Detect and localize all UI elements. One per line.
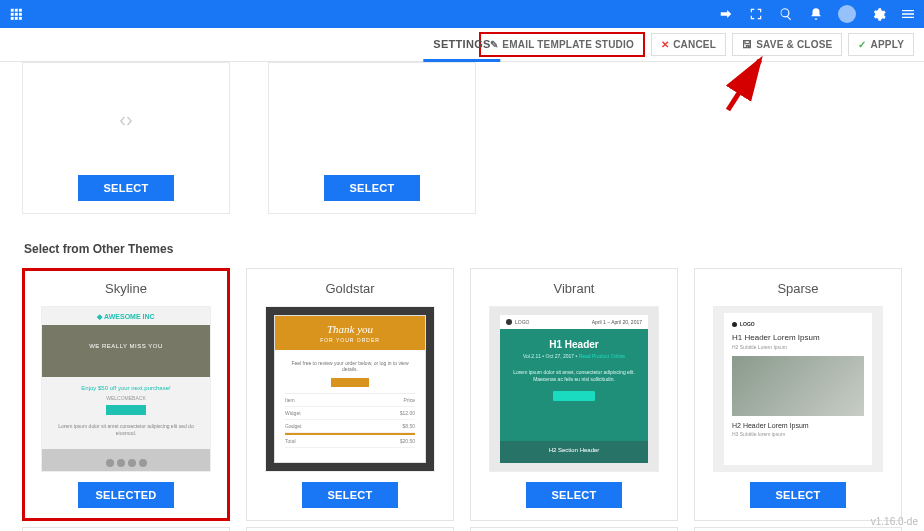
tab-settings[interactable]: SETTINGS bbox=[423, 28, 500, 62]
svg-rect-3 bbox=[11, 13, 14, 16]
chevron-right-icon: › bbox=[126, 108, 133, 131]
preview-topbar: LOGO April 1 – April 20, 2017 bbox=[500, 315, 648, 329]
theme-card-aurora: Aurora bbox=[694, 527, 902, 531]
theme-card-blank-2: SELECT bbox=[268, 62, 476, 214]
preview-table: ItemPrice Widget$12.00 Gadget$8.50 Total… bbox=[285, 393, 415, 448]
preview-text: Lorem ipsum dolor sit amet consectetur a… bbox=[42, 419, 210, 440]
preview-hero: H1 Header Vol.2.11 • Oct 27, 2017 • Read… bbox=[500, 329, 648, 369]
svg-rect-0 bbox=[11, 9, 14, 12]
theme-thumbnail: Thank you FOR YOUR ORDER Feel free to re… bbox=[265, 306, 435, 472]
gear-icon[interactable] bbox=[870, 6, 886, 22]
menu-icon[interactable] bbox=[900, 6, 916, 22]
preview-body: Lorem ipsum dolor sit amet, consectetur … bbox=[500, 369, 648, 383]
section-header: Select from Other Themes bbox=[24, 242, 902, 256]
theme-grid-row2: Neopolitan Oxygen Sunday Aurora bbox=[22, 527, 902, 531]
preview-code: WELCOMEBACK bbox=[42, 395, 210, 401]
current-theme-row: ‹ › SELECT SELECT bbox=[22, 62, 902, 214]
fullscreen-icon[interactable] bbox=[748, 6, 764, 22]
preview-sub: H2 Subtitle Lorem Ipsum bbox=[732, 344, 864, 350]
content-area: ‹ › SELECT SELECT Select from Other Them… bbox=[0, 62, 924, 531]
svg-rect-8 bbox=[19, 17, 22, 20]
chevron-left-icon: ‹ bbox=[119, 108, 126, 131]
check-icon: ✓ bbox=[858, 39, 866, 50]
preview-hero bbox=[42, 325, 210, 377]
save-icon: 🖫 bbox=[742, 39, 752, 50]
theme-card-skyline: Skyline ◆ AWESOME INC Enjoy $50 off your… bbox=[22, 268, 230, 521]
select-button[interactable]: SELECT bbox=[526, 482, 622, 508]
avatar[interactable] bbox=[838, 5, 856, 23]
theme-card-sparse: Sparse LOGO H1 Header Lorem Ipsum H2 Sub… bbox=[694, 268, 902, 521]
preview-cta bbox=[331, 378, 369, 387]
theme-card-sunday: Sunday bbox=[470, 527, 678, 531]
version-label: v1.16.0-de bbox=[871, 516, 918, 527]
email-template-studio-button[interactable]: ✎ EMAIL TEMPLATE STUDIO bbox=[479, 32, 645, 57]
search-icon[interactable] bbox=[778, 6, 794, 22]
theme-thumbnail: LOGO H1 Header Lorem Ipsum H2 Subtitle L… bbox=[713, 306, 883, 472]
preview-logo: ◆ AWESOME INC bbox=[42, 307, 210, 325]
select-button[interactable]: SELECT bbox=[302, 482, 398, 508]
theme-card-neopolitan: Neopolitan bbox=[22, 527, 230, 531]
preview-h1: H1 Header Lorem Ipsum bbox=[732, 333, 864, 342]
theme-title: Vibrant bbox=[554, 281, 595, 296]
svg-rect-5 bbox=[19, 13, 22, 16]
theme-title: Goldstar bbox=[325, 281, 374, 296]
action-bar: SETTINGS ✎ EMAIL TEMPLATE STUDIO ✕ CANCE… bbox=[0, 28, 924, 62]
preview-sub2: H3 Subtitle lorem ipsum bbox=[732, 431, 864, 437]
bell-icon[interactable] bbox=[808, 6, 824, 22]
preview-footer: H2 Section Header bbox=[500, 441, 648, 463]
svg-rect-2 bbox=[19, 9, 22, 12]
close-icon: ✕ bbox=[661, 39, 669, 50]
preview-cta bbox=[106, 405, 146, 415]
svg-rect-4 bbox=[15, 13, 18, 16]
theme-thumbnail: ◆ AWESOME INC Enjoy $50 off your next pu… bbox=[41, 306, 211, 472]
select-button[interactable]: SELECT bbox=[78, 175, 174, 201]
preview-text: Feel free to review your order below, or… bbox=[285, 360, 415, 372]
theme-card-blank-1: ‹ › SELECT bbox=[22, 62, 230, 214]
select-button[interactable]: SELECT bbox=[750, 482, 846, 508]
theme-card-vibrant: Vibrant LOGO April 1 – April 20, 2017 H1… bbox=[470, 268, 678, 521]
preview-cta bbox=[553, 391, 595, 401]
svg-rect-6 bbox=[11, 17, 14, 20]
apps-icon[interactable] bbox=[8, 6, 24, 22]
card-preview: ‹ › bbox=[23, 63, 229, 175]
preview-logo: LOGO bbox=[732, 321, 864, 327]
card-preview bbox=[269, 63, 475, 175]
preview-social bbox=[42, 459, 210, 467]
theme-card-oxygen: Oxygen bbox=[246, 527, 454, 531]
select-button[interactable]: SELECT bbox=[324, 175, 420, 201]
theme-card-goldstar: Goldstar Thank you FOR YOUR ORDER Feel f… bbox=[246, 268, 454, 521]
save-close-button[interactable]: 🖫 SAVE & CLOSE bbox=[732, 33, 842, 56]
theme-title: Sparse bbox=[777, 281, 818, 296]
selected-button[interactable]: SELECTED bbox=[78, 482, 174, 508]
cancel-button[interactable]: ✕ CANCEL bbox=[651, 33, 726, 56]
preview-promo: Enjoy $50 off your next purchase! bbox=[42, 377, 210, 395]
theme-grid: Skyline ◆ AWESOME INC Enjoy $50 off your… bbox=[22, 268, 902, 521]
top-bar bbox=[0, 0, 924, 28]
svg-rect-7 bbox=[15, 17, 18, 20]
preview-h2: H2 Header Lorem Ipsum bbox=[732, 422, 864, 429]
share-icon[interactable] bbox=[718, 6, 734, 22]
theme-title: Skyline bbox=[105, 281, 147, 296]
preview-header: Thank you FOR YOUR ORDER bbox=[275, 316, 425, 350]
theme-thumbnail: LOGO April 1 – April 20, 2017 H1 Header … bbox=[489, 306, 659, 472]
svg-rect-1 bbox=[15, 9, 18, 12]
apply-button[interactable]: ✓ APPLY bbox=[848, 33, 914, 56]
preview-image bbox=[732, 356, 864, 416]
